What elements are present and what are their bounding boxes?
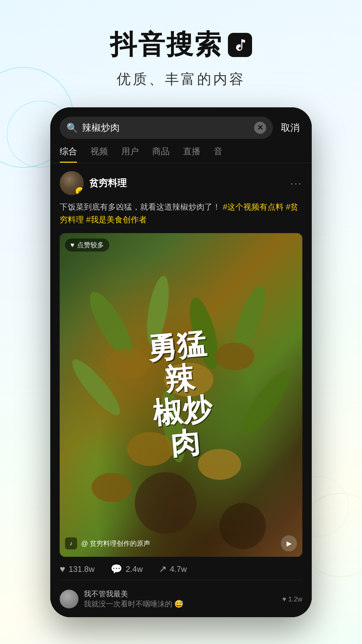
- main-title: 抖音搜索: [110, 27, 223, 63]
- phone-screen: 🔍 辣椒炒肉 ✕ 取消 综合 视频 用户: [50, 107, 312, 617]
- likes-count: 131.8w: [69, 565, 95, 574]
- likes-badge-heart-icon: ♥: [70, 241, 74, 249]
- tab-product[interactable]: 商品: [152, 146, 170, 163]
- shares-stat[interactable]: ↗ 4.7w: [159, 564, 187, 575]
- tab-live[interactable]: 直播: [183, 146, 200, 163]
- cancel-button[interactable]: 取消: [278, 121, 302, 134]
- overlay-chinese-text: 勇猛辣椒炒肉: [146, 328, 216, 462]
- phone-mockup: 🔍 辣椒炒肉 ✕ 取消 综合 视频 用户: [50, 107, 312, 617]
- sound-text: @ 贫穷料理创作的原声: [81, 539, 277, 548]
- post-header: ✓ 贫穷料理 ···: [60, 171, 302, 195]
- tab-user[interactable]: 用户: [121, 146, 139, 163]
- verified-badge: ✓: [76, 187, 84, 195]
- music-note-icon: ♪: [70, 540, 73, 547]
- username[interactable]: 贫穷料理: [89, 177, 285, 190]
- post-text: 下饭菜到底有多凶猛，就看这道辣椒炒肉了！ #这个视频有点料 #贫穷料理 #我是美…: [60, 201, 302, 226]
- comment-icon: 💬: [111, 564, 122, 575]
- hashtag-1[interactable]: #这个视频有点料: [223, 202, 286, 211]
- likes-stat[interactable]: ♥ 131.8w: [60, 564, 95, 575]
- heart-icon: ♥: [60, 564, 65, 575]
- content-area: ✓ 贫穷料理 ··· 下饭菜到底有多凶猛，就看这道辣椒炒肉了！ #这个视频有点料…: [50, 163, 312, 617]
- hashtag-3[interactable]: #我是美食创作者: [86, 215, 147, 224]
- comment-row: 我不管我最美 我就没一次看时不咽唾沫的 😅 ♥ 1.2w: [60, 586, 302, 612]
- comment-like-icon: ♥: [282, 595, 286, 603]
- video-text-overlay: 勇猛辣椒炒肉: [60, 233, 302, 557]
- comment-content: 我不管我最美 我就没一次看时不咽唾沫的 😅: [84, 589, 277, 609]
- tiktok-small-icon: ♪: [65, 537, 77, 549]
- comment-section: 我不管我最美 我就没一次看时不咽唾沫的 😅 ♥ 1.2w: [60, 580, 302, 612]
- stats-bar: ♥ 131.8w 💬 2.4w ↗ 4.7w: [60, 557, 302, 580]
- comment-likes: ♥ 1.2w: [282, 595, 302, 603]
- sound-bar: ♪ @ 贫穷料理创作的原声 ▶: [60, 535, 302, 551]
- likes-badge: ♥ 点赞较多: [65, 238, 109, 252]
- tab-bar: 综合 视频 用户 商品 直播 音: [50, 139, 312, 163]
- avatar[interactable]: ✓: [60, 171, 84, 195]
- post-body-text: 下饭菜到底有多凶猛，就看这道辣椒炒肉了！: [60, 202, 223, 211]
- comment-avatar: [60, 590, 78, 608]
- play-button[interactable]: ▶: [281, 535, 297, 551]
- clear-button[interactable]: ✕: [254, 122, 266, 134]
- search-input-wrapper[interactable]: 🔍 辣椒炒肉 ✕: [60, 117, 273, 139]
- comments-count: 2.4w: [126, 565, 143, 574]
- search-icon: 🔍: [66, 122, 78, 133]
- comment-emoji: 😅: [174, 600, 183, 608]
- more-options-button[interactable]: ···: [290, 177, 302, 190]
- comments-stat[interactable]: 💬 2.4w: [111, 564, 143, 575]
- likes-badge-text: 点赞较多: [77, 240, 104, 250]
- video-thumbnail[interactable]: 勇猛辣椒炒肉 ♥ 点赞较多 ♪ @ 贫穷料理创作的原声 ▶: [60, 233, 302, 557]
- tab-sound[interactable]: 音: [214, 146, 223, 163]
- share-icon: ↗: [159, 564, 167, 575]
- tab-video[interactable]: 视频: [90, 146, 108, 163]
- comment-username: 我不管我最美: [84, 589, 277, 599]
- search-bar-area: 🔍 辣椒炒肉 ✕ 取消: [50, 107, 312, 139]
- clear-icon: ✕: [257, 123, 263, 132]
- comment-like-count: 1.2w: [288, 595, 302, 603]
- search-query: 辣椒炒肉: [82, 121, 250, 134]
- title-row: 抖音搜索: [0, 27, 362, 63]
- phone-frame: 🔍 辣椒炒肉 ✕ 取消 综合 视频 用户: [50, 107, 312, 617]
- page-header: 抖音搜索 优质、丰富的内容: [0, 0, 362, 89]
- shares-count: 4.7w: [170, 565, 187, 574]
- tab-comprehensive[interactable]: 综合: [60, 146, 77, 163]
- tiktok-logo-icon: [228, 33, 252, 57]
- subtitle: 优质、丰富的内容: [0, 70, 362, 89]
- comment-text: 我就没一次看时不咽唾沫的 😅: [84, 599, 277, 609]
